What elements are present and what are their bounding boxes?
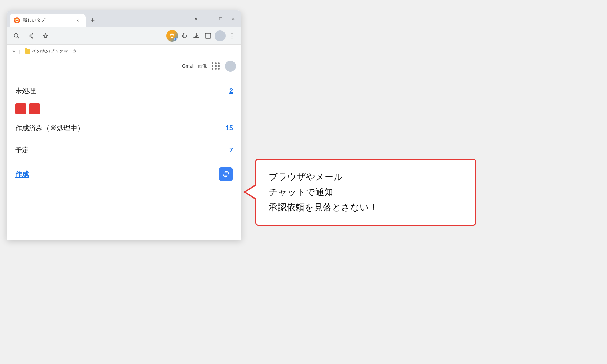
tab-bar: 新しいタブ × + ∨ — □ ×	[7, 10, 241, 27]
active-tab[interactable]: 新しいタブ ×	[10, 14, 86, 27]
new-tab-button[interactable]: +	[87, 14, 99, 26]
folder-icon	[25, 49, 30, 54]
callout-line1: ブラウザやメール	[269, 169, 462, 184]
tab-close-button[interactable]: ×	[74, 17, 81, 24]
svg-point-9	[232, 35, 233, 36]
brave-icon[interactable]	[166, 30, 178, 42]
unprocessed-label: 未処理	[15, 86, 36, 95]
search-icon[interactable]	[11, 30, 22, 41]
bookmark-star-icon[interactable]	[40, 30, 51, 41]
address-bar	[7, 27, 241, 45]
scheduled-row: 予定 7	[15, 139, 233, 161]
callout-text: ブラウザやメール チャットで通知 承認依頼を見落とさない！	[269, 169, 462, 215]
window-controls: ∨ — □ ×	[190, 10, 239, 27]
close-button[interactable]: ×	[228, 13, 239, 24]
red-square-1	[15, 103, 26, 114]
other-bookmarks-folder[interactable]: その他のブックマーク	[23, 48, 79, 55]
red-squares-row	[15, 102, 233, 117]
google-apps-icon[interactable]	[211, 61, 221, 71]
refresh-button[interactable]	[219, 167, 233, 181]
download-icon[interactable]	[191, 31, 201, 41]
bookmarks-bar: » | その他のブックマーク	[7, 45, 241, 58]
red-square-2	[29, 103, 40, 114]
callout-arrow-inner	[246, 186, 256, 198]
tab-favicon	[14, 17, 20, 23]
browser-window: 新しいタブ × + ∨ — □ ×	[7, 10, 241, 240]
unprocessed-row: 未処理 2	[15, 80, 233, 102]
split-view-icon[interactable]	[203, 31, 213, 41]
task-list: 未処理 2 作成済み（※処理中） 15 予定 7 作成	[7, 74, 241, 190]
task-actions-row: 作成	[15, 161, 233, 184]
callout-box: ブラウザやメール チャットで通知 承認依頼を見落とさない！	[255, 159, 476, 226]
create-link[interactable]: 作成	[15, 170, 29, 179]
bookmarks-more-button[interactable]: »	[11, 48, 16, 54]
svg-point-10	[232, 37, 233, 38]
images-link[interactable]: 画像	[198, 63, 207, 69]
page-content: 未処理 2 作成済み（※処理中） 15 予定 7 作成	[7, 74, 241, 240]
minimize-button[interactable]: —	[203, 13, 214, 24]
other-bookmarks-label: その他のブックマーク	[32, 48, 77, 54]
browser-icons-group	[166, 30, 237, 42]
more-menu-icon[interactable]	[227, 31, 237, 41]
callout-container: ブラウザやメール チャットで通知 承認依頼を見落とさない！	[255, 159, 476, 226]
chevron-down-button[interactable]: ∨	[190, 13, 201, 24]
svg-line-3	[18, 37, 19, 38]
google-profile-avatar[interactable]	[225, 61, 236, 72]
svg-point-5	[171, 35, 173, 37]
extensions-icon[interactable]	[179, 31, 190, 41]
svg-point-8	[232, 33, 233, 34]
tab-label: 新しいタブ	[23, 17, 71, 23]
callout-line2: チャットで通知	[269, 184, 462, 200]
callout-line3: 承認依頼を見落とさない！	[269, 200, 462, 215]
profile-avatar[interactable]	[215, 30, 226, 41]
share-icon[interactable]	[26, 30, 37, 41]
gmail-link[interactable]: Gmail	[182, 63, 194, 69]
maximize-button[interactable]: □	[215, 13, 226, 24]
svg-point-1	[16, 20, 18, 21]
unprocessed-count[interactable]: 2	[229, 87, 233, 95]
created-count[interactable]: 15	[226, 124, 233, 132]
scheduled-label: 予定	[15, 145, 29, 155]
created-row: 作成済み（※処理中） 15	[15, 117, 233, 139]
google-bar: Gmail 画像	[7, 58, 241, 74]
brave-notification-dot	[174, 38, 177, 40]
created-label: 作成済み（※処理中）	[15, 123, 84, 133]
scheduled-count[interactable]: 7	[229, 146, 233, 154]
